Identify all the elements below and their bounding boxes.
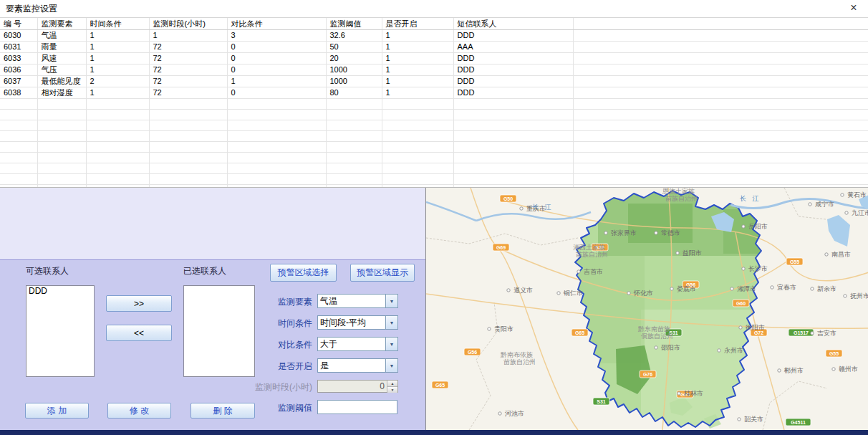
city-marker-icon bbox=[577, 270, 580, 273]
table-cell bbox=[382, 153, 453, 163]
table-cell bbox=[453, 153, 573, 163]
warning-area-display-button[interactable]: 预警区域显示 bbox=[350, 264, 415, 282]
enable-select[interactable]: 是 ▼ bbox=[317, 358, 398, 373]
region-label: 苗族自治州 bbox=[665, 195, 698, 202]
element-select[interactable]: 气温 ▼ bbox=[317, 294, 398, 308]
table-cell: 6030 bbox=[0, 30, 37, 42]
table-cell: 1 bbox=[382, 42, 453, 53]
add-button[interactable]: 添 加 bbox=[25, 403, 89, 419]
modify-button[interactable]: 修 改 bbox=[107, 403, 171, 419]
delete-button[interactable]: 删 除 bbox=[191, 403, 255, 419]
table-cell-filler bbox=[573, 153, 868, 163]
city-marker-icon bbox=[809, 203, 811, 206]
close-icon[interactable]: × bbox=[847, 1, 861, 14]
city-marker-icon bbox=[844, 295, 847, 297]
region-label: 苗族自治州 bbox=[576, 251, 608, 258]
threshold-input[interactable] bbox=[317, 400, 397, 414]
selected-contacts-label: 已选联系人 bbox=[183, 265, 226, 277]
table-row[interactable]: 6037最低能见度272110001DDD bbox=[0, 76, 868, 87]
table-cell: 6033 bbox=[0, 53, 37, 64]
table-cell-filler bbox=[573, 110, 868, 120]
table-cell: 80 bbox=[326, 87, 382, 99]
table-empty-row bbox=[0, 163, 868, 174]
table-cell-filler bbox=[573, 99, 868, 110]
city-label: 吉首市 bbox=[584, 268, 603, 275]
column-header: 监测要素 bbox=[37, 18, 86, 30]
available-contacts-label: 可选联系人 bbox=[26, 265, 69, 277]
titlebar: 要素监控设置 × bbox=[0, 0, 868, 17]
table-cell-filler bbox=[573, 163, 868, 174]
table-cell: DDD bbox=[453, 53, 573, 64]
table-cell: 1 bbox=[382, 76, 453, 87]
city-marker-icon bbox=[670, 287, 673, 290]
chevron-down-icon[interactable]: ▼ bbox=[385, 359, 397, 372]
city-label: 铜仁市 bbox=[563, 290, 583, 297]
city-label: 黄石市 bbox=[847, 191, 867, 199]
table-cell bbox=[382, 174, 453, 185]
warning-area-select-button[interactable]: 预警区域选择 bbox=[270, 264, 337, 282]
road-badge-label: G55 bbox=[790, 259, 799, 264]
table-cell-filler bbox=[573, 42, 868, 53]
table-empty-row bbox=[0, 131, 868, 142]
city-marker-icon bbox=[825, 253, 828, 256]
table-row[interactable]: 6038相对湿度1720801DDD bbox=[0, 87, 868, 99]
table-cell bbox=[453, 110, 573, 120]
city-marker-icon bbox=[845, 211, 848, 214]
table-cell: 50 bbox=[326, 42, 382, 53]
chevron-down-icon[interactable]: ▼ bbox=[385, 338, 397, 350]
table-cell bbox=[149, 174, 227, 185]
table-cell: 风速 bbox=[37, 53, 86, 64]
region-label: 侗族自治州 bbox=[641, 333, 673, 340]
table-cell: AAA bbox=[453, 42, 573, 53]
table-row[interactable]: 6030气温11332.61DDD bbox=[0, 30, 868, 42]
table-cell bbox=[326, 99, 382, 110]
table-cell bbox=[37, 120, 86, 131]
time-condition-select[interactable]: 时间段-平均 ▼ bbox=[317, 315, 398, 330]
table-cell bbox=[227, 174, 326, 185]
contact-item[interactable]: DDD bbox=[26, 286, 94, 296]
chevron-down-icon[interactable]: ▼ bbox=[385, 295, 397, 307]
table-cell: 1 bbox=[382, 53, 453, 64]
move-right-button[interactable]: >> bbox=[106, 295, 172, 312]
province-map[interactable]: G50G69S26G55G56G60G56S31G65G72G1517G55G7… bbox=[426, 188, 868, 430]
table-row[interactable]: 6033风速1720201DDD bbox=[0, 53, 868, 64]
table-cell-filler bbox=[573, 120, 868, 131]
city-marker-icon bbox=[841, 193, 844, 196]
table-cell-filler bbox=[573, 174, 868, 185]
table-cell bbox=[382, 142, 453, 153]
spin-down-icon[interactable]: ▼ bbox=[387, 387, 397, 393]
table-cell: 1 bbox=[382, 64, 453, 76]
table-cell bbox=[326, 153, 382, 163]
table-cell: DDD bbox=[453, 76, 573, 87]
table-cell bbox=[326, 120, 382, 131]
table-cell bbox=[0, 142, 37, 153]
available-contacts-list[interactable]: DDD bbox=[26, 285, 95, 377]
time-condition-label: 时间条件 bbox=[236, 317, 312, 330]
spin-up-icon[interactable]: ▲ bbox=[387, 381, 397, 387]
table-row[interactable]: 6031雨量1720501AAA bbox=[0, 42, 868, 53]
table-cell bbox=[86, 131, 149, 142]
table-cell-filler bbox=[573, 53, 868, 64]
table-row[interactable]: 6036气压172010001DDD bbox=[0, 64, 868, 76]
city-label: 九江市 bbox=[852, 209, 868, 216]
table-cell bbox=[0, 163, 37, 174]
city-label: 遵义市 bbox=[513, 287, 533, 294]
chevron-down-icon[interactable]: ▼ bbox=[385, 316, 397, 329]
table-cell: 0 bbox=[227, 42, 326, 53]
table-cell: 6038 bbox=[0, 87, 37, 99]
compare-condition-select[interactable]: 大于 ▼ bbox=[317, 337, 398, 351]
city-marker-icon bbox=[738, 418, 741, 421]
map-panel[interactable]: G50G69S26G55G56G60G56S31G65G72G1517G55G7… bbox=[425, 188, 868, 430]
table-cell bbox=[86, 163, 149, 174]
city-marker-icon bbox=[718, 349, 720, 352]
move-left-button[interactable]: << bbox=[106, 325, 172, 341]
period-spinner[interactable]: 0 ▲ ▼ bbox=[317, 380, 398, 393]
table-cell-filler bbox=[573, 87, 868, 99]
city-marker-icon bbox=[730, 287, 733, 290]
table-cell: DDD bbox=[453, 64, 573, 76]
table-cell: 2 bbox=[86, 76, 149, 87]
table-empty-row bbox=[0, 174, 868, 185]
table-cell bbox=[453, 174, 573, 185]
city-marker-icon bbox=[604, 231, 607, 234]
city-label: 抚州市 bbox=[850, 292, 868, 300]
